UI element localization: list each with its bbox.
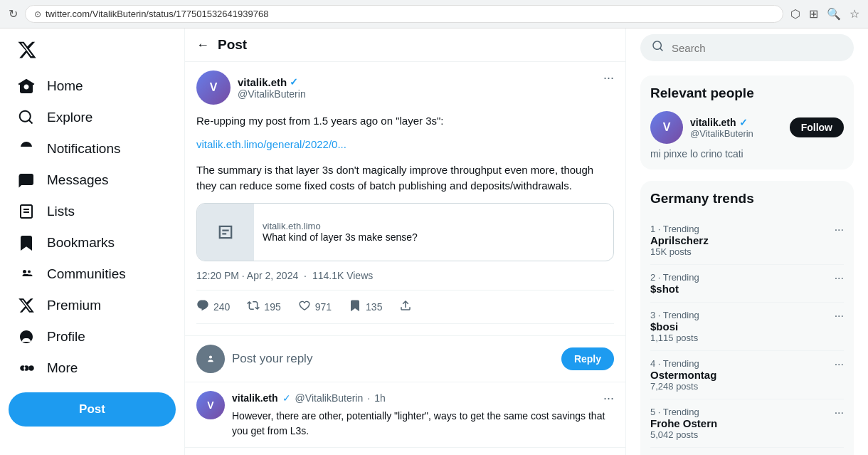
bookmark-count: 135 (366, 301, 382, 313)
search-input[interactable] (672, 42, 842, 54)
germany-trends-section: Germany trends 1 · Trending Aprilscherz … (640, 181, 854, 455)
browser-icon-2[interactable]: ⊞ (809, 7, 818, 21)
sidebar-item-explore[interactable]: Explore (9, 102, 176, 133)
author-display-name: vitalik.eth ✓ (238, 76, 306, 88)
post-button[interactable]: Post (9, 392, 176, 427)
trend-more-3[interactable]: ··· (835, 310, 844, 323)
reply-count: 240 (213, 301, 230, 313)
like-count: 971 (315, 301, 332, 313)
author-info: vitalik.eth ✓ @VitalikButerin (238, 76, 306, 100)
back-button[interactable]: ← (196, 38, 209, 53)
trend-item-3[interactable]: 3 · Trending $bosi 1,115 posts ··· (650, 303, 844, 351)
search-icon (652, 40, 665, 56)
communities-icon (17, 266, 36, 283)
home-icon (17, 78, 36, 95)
sub-tweet-time: · (367, 392, 370, 404)
tweet-more-button[interactable]: ··· (603, 70, 614, 85)
trend-name-1: Aprilscherz (650, 234, 835, 246)
browser-chrome: ↻ ⊙ twitter.com/VitalikButerin/status/17… (0, 0, 868, 28)
explore-label: Explore (47, 110, 92, 125)
relevant-person-avatar[interactable]: V (650, 111, 683, 144)
trend-item-5[interactable]: 5 · Trending Frohe Ostern 5,042 posts ··… (650, 399, 844, 448)
reply-icon (196, 299, 209, 315)
sidebar-item-notifications[interactable]: Notifications (9, 133, 176, 164)
sidebar-logo[interactable] (9, 34, 176, 68)
trend-label-4: 4 · Trending (650, 358, 835, 369)
relevant-person-handle: @VitalikButerin (690, 128, 783, 139)
tweet-views: 114.1K Views (312, 270, 373, 281)
trend-info-4: 4 · Trending Ostermontag 7,248 posts (650, 358, 835, 392)
browser-search-icon[interactable]: 🔍 (827, 7, 841, 21)
share-stat[interactable] (399, 299, 412, 315)
trend-item-2[interactable]: 2 · Trending $shot ··· (650, 265, 844, 303)
bookmarks-label: Bookmarks (47, 235, 115, 251)
sub-tweet: V vitalik.eth ✓ @VitalikButerin · 1h ···… (185, 382, 625, 448)
sidebar-item-messages[interactable]: Messages (9, 164, 176, 196)
sidebar-item-home[interactable]: Home (9, 70, 176, 102)
link-preview-icon (197, 204, 254, 261)
sub-tweet-avatar[interactable]: V (196, 391, 225, 419)
relevant-people-title: Relevant people (650, 85, 844, 101)
trend-item-6[interactable]: 6 · Holidays · Trending ··· (650, 448, 844, 455)
browser-star-icon[interactable]: ☆ (850, 7, 859, 21)
notifications-label: Notifications (47, 141, 121, 157)
bookmark-stat[interactable]: 135 (349, 299, 382, 315)
reply-compose-box: Post your reply Reply (185, 336, 625, 382)
trend-more-2[interactable]: ··· (835, 272, 844, 285)
tweet-timestamp: 12:20 PM · Apr 2, 2024 (196, 270, 298, 281)
trend-label-2: 2 · Trending (650, 272, 835, 283)
sidebar-item-lists[interactable]: Lists (9, 196, 176, 227)
trend-label-3: 3 · Trending (650, 310, 835, 320)
link-preview-domain: vitalik.eth.limo (263, 221, 418, 231)
browser-icon-1[interactable]: ⬡ (790, 7, 800, 21)
reply-stat[interactable]: 240 (196, 299, 230, 315)
trend-item-1[interactable]: 1 · Trending Aprilscherz 15K posts ··· (650, 216, 844, 265)
relevant-person-name: vitalik.eth ✓ (690, 117, 783, 128)
notifications-icon (17, 140, 36, 157)
reply-submit-button[interactable]: Reply (561, 347, 614, 370)
follow-button[interactable]: Follow (790, 117, 844, 137)
tweet-text-line2: The summary is that layer 3s don't magic… (196, 162, 614, 194)
messages-label: Messages (47, 172, 109, 188)
search-box[interactable] (640, 34, 854, 61)
trend-info-5: 5 · Trending Frohe Ostern 5,042 posts (650, 407, 835, 440)
tweet-stats-row: 240 195 971 (196, 290, 614, 324)
relevant-person-verified: ✓ (739, 117, 748, 128)
trend-label-1: 1 · Trending (650, 224, 835, 234)
tweet-top-row: V vitalik.eth ✓ @VitalikButerin ··· (196, 70, 614, 105)
profile-icon (17, 328, 36, 345)
sub-tweet-timestamp: 1h (374, 392, 386, 404)
retweet-stat[interactable]: 195 (247, 299, 280, 315)
link-preview-title: What kind of layer 3s make sense? (263, 231, 418, 243)
trend-count-4: 7,248 posts (650, 381, 835, 392)
tweet-author: V vitalik.eth ✓ @VitalikButerin (196, 70, 306, 105)
trend-info-2: 2 · Trending $shot (650, 272, 835, 295)
trend-more-1[interactable]: ··· (835, 224, 844, 236)
sub-tweet-more-button[interactable]: ··· (603, 391, 614, 406)
post-header-title: Post (218, 37, 247, 53)
link-preview-card[interactable]: vitalik.eth.limo What kind of layer 3s m… (196, 203, 614, 261)
verified-badge: ✓ (290, 76, 298, 88)
trend-name-4: Ostermontag (650, 369, 835, 381)
sidebar-item-premium[interactable]: Premium (9, 290, 176, 321)
reload-icon[interactable]: ↻ (9, 7, 18, 21)
lists-icon (17, 203, 36, 220)
sidebar-item-more[interactable]: More (9, 352, 176, 384)
sub-tweet-header: vitalik.eth ✓ @VitalikButerin · 1h ··· (232, 391, 614, 406)
trend-more-5[interactable]: ··· (835, 407, 844, 419)
url-text: twitter.com/VitalikButerin/status/177501… (46, 9, 268, 19)
author-avatar[interactable]: V (196, 70, 231, 105)
tweet-link[interactable]: vitalik.eth.limo/general/2022/0... (196, 138, 346, 150)
retweet-count: 195 (264, 301, 280, 313)
trend-more-4[interactable]: ··· (835, 358, 844, 371)
trend-item-4[interactable]: 4 · Trending Ostermontag 7,248 posts ··· (650, 351, 844, 399)
sub-tweet-text: However, there are other, potentially "l… (232, 409, 614, 439)
sidebar-item-communities[interactable]: Communities (9, 258, 176, 290)
germany-trends-title: Germany trends (650, 191, 844, 206)
current-user-avatar (196, 345, 225, 373)
sidebar-item-bookmarks[interactable]: Bookmarks (9, 227, 176, 258)
url-bar[interactable]: ⊙ twitter.com/VitalikButerin/status/1775… (25, 5, 783, 23)
reply-input-placeholder[interactable]: Post your reply (232, 352, 554, 366)
like-stat[interactable]: 971 (298, 299, 332, 315)
sidebar-item-profile[interactable]: Profile (9, 321, 176, 352)
